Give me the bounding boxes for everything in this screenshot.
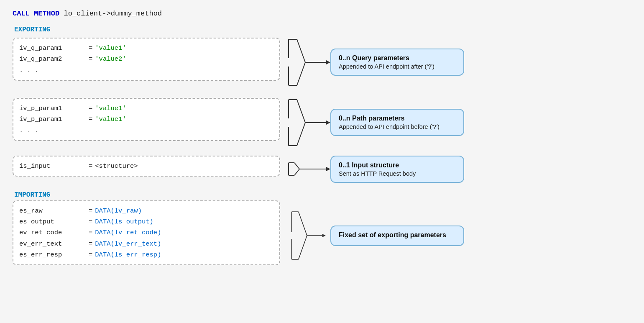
query-right: 0..n Query parameters Appended to API en…: [280, 35, 631, 90]
path-box-container: iv_p_param1 = 'value1' iv_p_param1 = 'va…: [13, 98, 280, 147]
path-info-box: 0..n Path parameters Appended to API end…: [330, 109, 464, 136]
es-raw-val: DATA(lv_raw): [95, 205, 142, 216]
svg-marker-11: [326, 120, 330, 125]
input-val: <structure>: [95, 161, 138, 172]
path-line-1: iv_p_param1 = 'value1': [19, 103, 272, 114]
method-keyword: METHOD: [34, 10, 64, 18]
query-connector-svg: [280, 35, 330, 90]
query-eq1: =: [89, 43, 92, 54]
input-dashed-box: is_input = <structure>: [13, 156, 280, 177]
query-eq2: =: [89, 54, 92, 64]
es-err-resp-name: es_err_resp: [19, 249, 86, 260]
query-info-desc: Appended to API endpoint after ('?'): [339, 63, 456, 70]
path-dots-text: . . .: [19, 125, 39, 136]
input-right: 0..1 Input structure Sent as HTTP Reques…: [280, 156, 631, 183]
input-info-desc: Sent as HTTP Request body: [339, 170, 456, 177]
es-err-resp-eq: =: [89, 249, 92, 260]
es-output-val: DATA(ls_output): [95, 216, 153, 227]
ev-err-text-eq: =: [89, 238, 92, 249]
importing-info-title: Fixed set of exporting parameters: [339, 231, 456, 239]
call-keyword: CALL: [13, 10, 30, 18]
path-info-title: 0..n Path parameters: [339, 115, 456, 122]
path-dashed-box: iv_p_param1 = 'value1' iv_p_param1 = 'va…: [13, 98, 280, 141]
input-param-name: is_input: [19, 161, 86, 172]
importing-connector-svg: [280, 208, 330, 263]
query-dots: . . .: [19, 65, 272, 76]
importing-line-1: es_raw = DATA(lv_raw): [19, 205, 272, 216]
ev-ret-code-val: DATA(lv_ret_code): [95, 227, 161, 238]
path-right: 0..n Path parameters Appended to API end…: [280, 95, 631, 150]
es-raw-eq: =: [89, 205, 92, 216]
query-val1: 'value1': [95, 43, 126, 54]
query-group: iv_q_param1 = 'value1' iv_q_param2 = 'va…: [13, 35, 631, 90]
input-info-box: 0..1 Input structure Sent as HTTP Reques…: [330, 156, 464, 183]
code-header: CALL METHOD lo_client->dummy_method: [13, 8, 631, 19]
ev-ret-code-eq: =: [89, 227, 92, 238]
path-param2-name: iv_p_param1: [19, 114, 86, 125]
query-param2-name: iv_q_param2: [19, 54, 86, 64]
query-box-container: iv_q_param1 = 'value1' iv_q_param2 = 'va…: [13, 38, 280, 87]
ev-err-text-name: ev_err_text: [19, 238, 86, 249]
exporting-label: EXPORTING: [13, 26, 631, 33]
input-group: is_input = <structure> 0..1 Input struct…: [13, 156, 631, 183]
importing-line-2: es_output = DATA(ls_output): [19, 216, 272, 227]
path-line-2: iv_p_param1 = 'value1': [19, 114, 272, 125]
svg-marker-16: [326, 167, 330, 171]
es-raw-name: es_raw: [19, 205, 86, 216]
svg-marker-22: [322, 234, 326, 237]
es-output-name: es_output: [19, 216, 86, 227]
query-dashed-box: iv_q_param1 = 'value1' iv_q_param2 = 'va…: [13, 38, 280, 81]
importing-info-box: Fixed set of exporting parameters: [330, 226, 464, 246]
input-info-title: 0..1 Input structure: [339, 162, 456, 169]
query-val2: 'value2': [95, 54, 126, 64]
path-group: iv_p_param1 = 'value1' iv_p_param1 = 'va…: [13, 95, 631, 150]
ev-ret-code-name: ev_ret_code: [19, 227, 86, 238]
query-line-2: iv_q_param2 = 'value2': [19, 54, 272, 64]
query-info-box: 0..n Query parameters Appended to API en…: [330, 49, 464, 76]
path-connector-svg: [280, 95, 330, 150]
input-connector-svg: [280, 159, 330, 179]
importing-dashed-box: es_raw = DATA(lv_raw) es_output = DATA(l…: [13, 200, 280, 266]
input-eq: =: [89, 161, 92, 172]
input-line-1: is_input = <structure>: [19, 161, 272, 172]
path-eq1: =: [89, 103, 92, 114]
es-err-resp-val: DATA(ls_err_resp): [95, 249, 161, 260]
importing-line-3: ev_ret_code = DATA(lv_ret_code): [19, 227, 272, 238]
method-name: lo_client->dummy_method: [64, 10, 162, 18]
query-line-1: iv_q_param1 = 'value1': [19, 43, 272, 54]
importing-group: es_raw = DATA(lv_raw) es_output = DATA(l…: [13, 200, 631, 272]
path-param1-name: iv_p_param1: [19, 103, 86, 114]
importing-line-4: ev_err_text = DATA(lv_err_text): [19, 238, 272, 249]
importing-label: IMPORTING: [13, 191, 631, 199]
importing-box-container: es_raw = DATA(lv_raw) es_output = DATA(l…: [13, 200, 280, 272]
main-diagram: CALL METHOD lo_client->dummy_method EXPO…: [13, 8, 631, 277]
importing-line-5: es_err_resp = DATA(ls_err_resp): [19, 249, 272, 260]
query-param1-name: iv_q_param1: [19, 43, 86, 54]
query-dots-text: . . .: [19, 65, 39, 76]
ev-err-text-val: DATA(lv_err_text): [95, 238, 161, 249]
es-output-eq: =: [89, 216, 92, 227]
input-box-container: is_input = <structure>: [13, 156, 280, 182]
path-val1: 'value1': [95, 103, 126, 114]
query-info-title: 0..n Query parameters: [339, 54, 456, 62]
path-info-desc: Appended to API endpoint before ('?'): [339, 123, 456, 130]
svg-marker-5: [326, 60, 330, 64]
path-val2: 'value1': [95, 114, 126, 125]
path-eq2: =: [89, 114, 92, 125]
importing-right: Fixed set of exporting parameters: [280, 208, 631, 263]
path-dots: . . .: [19, 125, 272, 136]
